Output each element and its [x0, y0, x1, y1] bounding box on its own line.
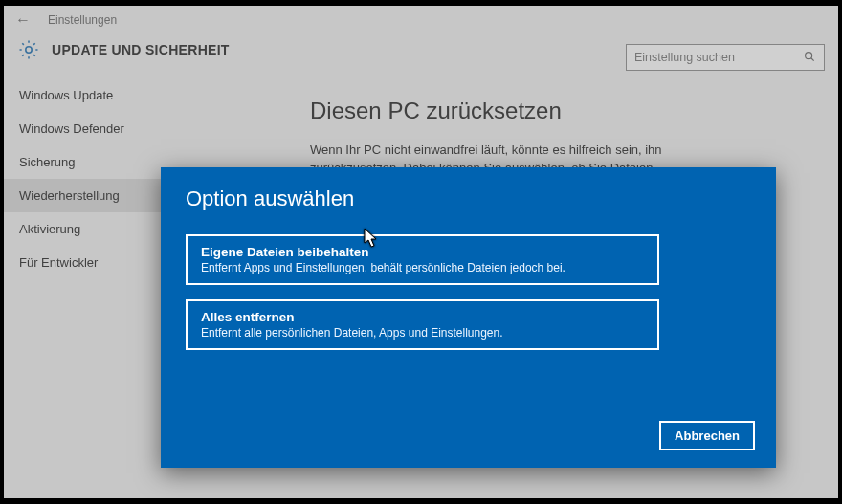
option-title: Alles entfernen — [201, 310, 644, 324]
option-remove-everything[interactable]: Alles entfernen Entfernt alle persönlich… — [186, 299, 659, 350]
svg-point-1 — [806, 52, 812, 58]
sidebar-item-aktivierung[interactable]: Aktivierung — [4, 212, 176, 246]
dialog-title: Option auswählen — [186, 186, 751, 211]
option-desc: Entfernt alle persönlichen Dateien, Apps… — [201, 326, 644, 340]
page-heading: Diesen PC zurücksetzen — [310, 98, 800, 124]
reset-option-dialog: Option auswählen Eigene Dateien beibehal… — [161, 167, 776, 468]
gear-icon — [17, 38, 40, 61]
window-header: ← Einstellungen — [4, 6, 838, 33]
search-box[interactable] — [626, 44, 825, 71]
svg-point-0 — [26, 47, 32, 53]
search-icon — [803, 50, 816, 66]
cancel-button[interactable]: Abbrechen — [659, 421, 755, 450]
option-title: Eigene Dateien beibehalten — [201, 245, 644, 259]
option-keep-files[interactable]: Eigene Dateien beibehalten Entfernt Apps… — [186, 234, 659, 285]
sidebar-item-windows-update[interactable]: Windows Update — [4, 78, 176, 112]
sidebar-item-fuer-entwickler[interactable]: Für Entwickler — [4, 246, 176, 279]
section-title: UPDATE UND SICHERHEIT — [52, 42, 230, 57]
sidebar: Windows Update Windows Defender Sicherun… — [4, 75, 176, 491]
sidebar-item-sicherung[interactable]: Sicherung — [4, 145, 176, 179]
option-desc: Entfernt Apps und Einstellungen, behält … — [201, 261, 644, 274]
sidebar-item-windows-defender[interactable]: Windows Defender — [4, 112, 176, 145]
app-title: Einstellungen — [48, 13, 117, 27]
back-arrow-icon[interactable]: ← — [15, 11, 31, 29]
svg-line-2 — [811, 57, 814, 60]
search-input[interactable] — [634, 51, 803, 64]
sidebar-item-wiederherstellung[interactable]: Wiederherstellung — [4, 179, 176, 212]
